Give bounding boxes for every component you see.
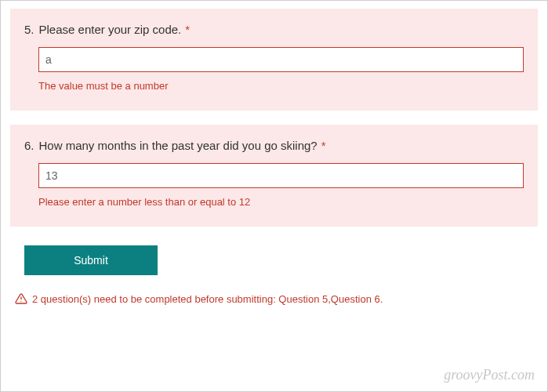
question-block-6: 6. How many months in the past year did … <box>10 125 538 227</box>
question-block-5: 5. Please enter your zip code. * The val… <box>10 9 538 111</box>
zip-code-input[interactable] <box>38 47 524 72</box>
required-indicator: * <box>321 139 326 152</box>
skiing-months-input[interactable] <box>38 163 524 188</box>
input-wrapper <box>38 47 524 72</box>
validation-error: The value must be a number <box>38 80 524 92</box>
warning-icon <box>15 292 27 305</box>
question-label: 6. How many months in the past year did … <box>24 139 524 152</box>
input-wrapper <box>38 163 524 188</box>
question-label: 5. Please enter your zip code. * <box>24 23 524 36</box>
question-text: Please enter your zip code. <box>39 23 182 36</box>
footer-error-text: 2 question(s) need to be completed befor… <box>32 293 383 305</box>
question-text: How many months in the past year did you… <box>39 139 318 152</box>
validation-error: Please enter a number less than or equal… <box>38 196 524 208</box>
submit-button[interactable]: Submit <box>24 245 158 275</box>
required-indicator: * <box>185 23 190 36</box>
question-number: 5. <box>24 23 34 36</box>
form-footer-error: 2 question(s) need to be completed befor… <box>15 292 538 305</box>
question-number: 6. <box>24 139 34 152</box>
watermark: groovyPost.com <box>444 367 535 383</box>
